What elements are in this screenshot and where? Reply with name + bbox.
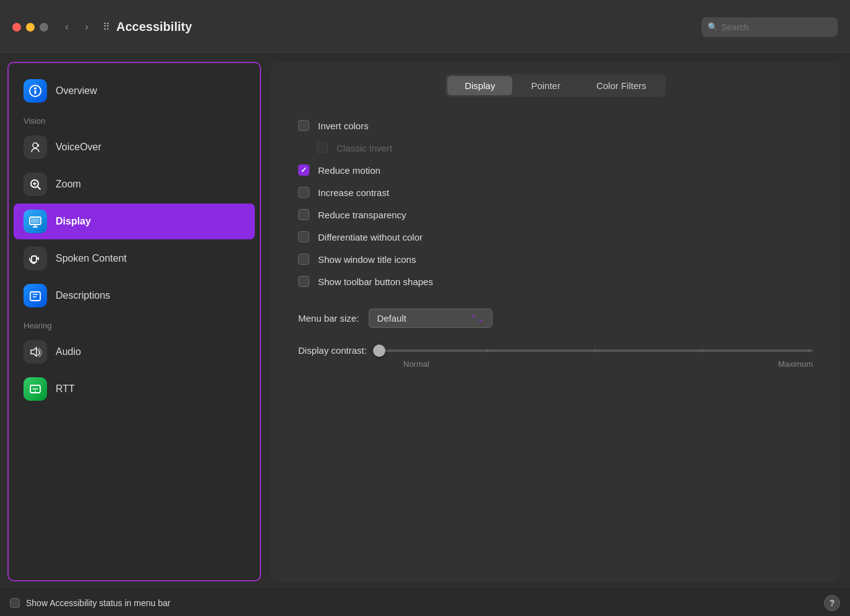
menu-bar-label: Menu bar size: <box>298 313 359 323</box>
search-icon: 🔍 <box>708 22 718 32</box>
audio-icon <box>24 340 47 364</box>
display-contrast-row: Display contrast: <box>298 345 813 356</box>
reduce-motion-checkbox[interactable]: ✓ <box>298 165 309 176</box>
svg-rect-12 <box>32 256 36 262</box>
slider-maximum-label: Maximum <box>778 359 813 369</box>
forward-button[interactable]: › <box>78 19 95 36</box>
display-contrast-label: Display contrast: <box>298 345 367 356</box>
menu-bar-dropdown[interactable]: Default ⌃⌄ <box>369 309 492 328</box>
reduce-motion-label: Reduce motion <box>318 165 380 176</box>
classic-invert-row: Classic Invert <box>298 137 813 159</box>
close-button[interactable] <box>12 23 21 32</box>
svg-rect-2 <box>35 90 36 94</box>
rtt-icon <box>24 377 47 401</box>
tab-color-filters[interactable]: Color Filters <box>579 76 664 95</box>
sidebar-item-zoom[interactable]: Zoom <box>14 166 255 202</box>
contrast-slider-track[interactable] <box>377 349 813 352</box>
sidebar-item-label: Zoom <box>56 179 81 190</box>
titlebar: ‹ › ⠿ Accessibility 🔍 <box>0 0 850 54</box>
display-icon <box>24 210 47 233</box>
tab-pointer[interactable]: Pointer <box>513 76 578 95</box>
sidebar-item-spoken-content[interactable]: Spoken Content <box>14 241 255 276</box>
reduce-transparency-checkbox[interactable] <box>298 209 309 220</box>
descriptions-icon <box>24 284 47 307</box>
svg-point-3 <box>33 143 38 148</box>
invert-colors-checkbox[interactable] <box>298 120 309 131</box>
invert-colors-label: Invert colors <box>318 121 369 131</box>
minimize-button[interactable] <box>26 23 35 32</box>
sidebar-item-label: Overview <box>56 85 97 96</box>
dropdown-arrows-icon: ⌃⌄ <box>470 314 484 323</box>
checkmark-icon: ✓ <box>301 166 307 174</box>
show-toolbar-checkbox[interactable] <box>298 276 309 287</box>
sidebar-item-label: Spoken Content <box>56 253 127 264</box>
svg-rect-11 <box>31 218 40 223</box>
slider-labels: Normal Maximum <box>298 359 813 369</box>
show-window-title-label: Show window title icons <box>318 254 416 265</box>
tabs-container: Display Pointer Color Filters <box>286 74 825 97</box>
help-button[interactable]: ? <box>824 595 840 611</box>
reduce-transparency-row: Reduce transparency <box>298 203 813 226</box>
svg-point-19 <box>35 391 36 392</box>
sidebar-item-label: Display <box>56 216 91 227</box>
grid-icon[interactable]: ⠿ <box>103 21 110 33</box>
differentiate-label: Differentiate without color <box>318 232 423 242</box>
show-accessibility-status-checkbox[interactable] <box>10 598 20 608</box>
settings-area: Invert colors Classic Invert ✓ Reduce mo… <box>286 114 825 377</box>
classic-invert-label: Classic Invert <box>337 143 392 153</box>
sidebar-item-label: Descriptions <box>56 290 110 301</box>
svg-rect-13 <box>30 292 40 301</box>
sidebar-item-audio[interactable]: Audio <box>14 334 255 370</box>
bottom-bar: Show Accessibility status in menu bar ? <box>0 589 850 616</box>
search-input[interactable] <box>721 22 831 32</box>
sidebar-item-overview[interactable]: Overview <box>14 73 255 109</box>
slider-normal-label: Normal <box>403 359 429 369</box>
reduce-transparency-label: Reduce transparency <box>318 210 406 220</box>
sidebar-item-rtt[interactable]: RTT <box>14 371 255 407</box>
right-panel: Display Pointer Color Filters Invert col… <box>261 54 850 589</box>
increase-contrast-row: Increase contrast <box>298 181 813 203</box>
main-content: Overview Vision VoiceOver <box>0 54 850 589</box>
reduce-motion-row: ✓ Reduce motion <box>298 159 813 181</box>
differentiate-checkbox[interactable] <box>298 231 309 242</box>
zoom-icon <box>24 173 47 196</box>
increase-contrast-label: Increase contrast <box>318 187 389 198</box>
contrast-slider-thumb[interactable] <box>373 344 385 357</box>
traffic-lights <box>12 23 48 32</box>
maximize-button[interactable] <box>40 23 48 32</box>
tab-display[interactable]: Display <box>447 76 512 95</box>
vision-section-header: Vision <box>9 110 260 128</box>
window-title: Accessibility <box>116 20 192 34</box>
show-toolbar-label: Show toolbar button shapes <box>318 276 433 287</box>
invert-colors-row: Invert colors <box>298 114 813 137</box>
sidebar-item-display[interactable]: Display <box>14 203 255 239</box>
sidebar-item-descriptions[interactable]: Descriptions <box>14 278 255 314</box>
svg-point-1 <box>34 87 36 90</box>
sidebar: Overview Vision VoiceOver <box>7 62 261 581</box>
sidebar-item-label: VoiceOver <box>56 142 101 153</box>
menu-bar-value: Default <box>377 313 406 323</box>
classic-invert-checkbox[interactable] <box>317 142 328 153</box>
show-toolbar-row: Show toolbar button shapes <box>298 270 813 293</box>
increase-contrast-checkbox[interactable] <box>298 187 309 198</box>
show-window-title-checkbox[interactable] <box>298 254 309 265</box>
voiceover-icon <box>24 135 47 159</box>
back-button[interactable]: ‹ <box>58 19 75 36</box>
sidebar-item-voiceover[interactable]: VoiceOver <box>14 129 255 165</box>
show-accessibility-status-label: Show Accessibility status in menu bar <box>26 598 170 608</box>
differentiate-row: Differentiate without color <box>298 226 813 248</box>
spoken-icon <box>24 247 47 270</box>
sidebar-item-label: Audio <box>56 346 81 357</box>
slider-ticks <box>377 349 813 353</box>
svg-line-5 <box>38 187 41 190</box>
tab-group: Display Pointer Color Filters <box>445 74 666 97</box>
menu-bar-size-row: Menu bar size: Default ⌃⌄ <box>298 300 813 336</box>
show-window-title-row: Show window title icons <box>298 248 813 270</box>
nav-buttons: ‹ › <box>58 19 95 36</box>
svg-marker-16 <box>31 348 36 356</box>
accessibility-status-row: Show Accessibility status in menu bar <box>10 598 170 608</box>
overview-icon <box>24 79 47 103</box>
panel-inner: Display Pointer Color Filters Invert col… <box>271 62 840 581</box>
hearing-section-header: Hearing <box>9 315 260 333</box>
search-box[interactable]: 🔍 <box>702 17 838 37</box>
